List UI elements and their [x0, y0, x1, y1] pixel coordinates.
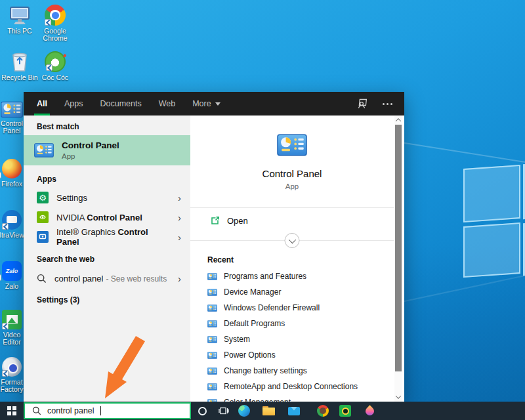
section-header-settings-group: Settings (3)	[24, 289, 190, 308]
desktop-icon-this-pc[interactable]: This PC	[1, 3, 38, 35]
recent-item[interactable]: RemoteApp and Desktop Connections	[190, 379, 394, 394]
intel-graphics-icon	[37, 231, 49, 243]
best-match-result-control-panel[interactable]: Control Panel App	[24, 135, 190, 165]
tab-all[interactable]: All	[37, 92, 47, 116]
recent-item[interactable]: Programs and Features	[190, 268, 394, 284]
settings-gear-icon	[37, 192, 49, 203]
shortcut-arrow-badge	[46, 64, 52, 71]
shortcut-arrow-badge	[0, 274, 1, 281]
scrollbar-thumb[interactable]	[395, 125, 402, 371]
media-app-button[interactable]	[336, 402, 354, 420]
coccoc-icon	[37, 50, 74, 72]
result-nvidia-control-panel[interactable]: NVIDIA Control Panel ›	[24, 207, 190, 227]
file-explorer-icon	[262, 406, 275, 415]
desktop-icon-label: Cóc Cóc	[37, 74, 74, 81]
desktop-icon-label: Google Chrome	[37, 28, 74, 42]
recent-item[interactable]: Default Programs	[190, 316, 394, 331]
control-panel-icon	[207, 320, 217, 327]
chevron-right-icon: ›	[178, 274, 181, 284]
control-panel-icon	[207, 336, 217, 343]
result-title: Control Panel	[62, 140, 119, 151]
open-action[interactable]: Open	[190, 208, 394, 233]
task-view-icon	[219, 406, 229, 415]
control-panel-icon	[34, 143, 54, 158]
shortcut-arrow-badge	[0, 172, 1, 178]
section-header-best-match: Best match	[24, 116, 190, 135]
result-intel-graphics-control-panel[interactable]: Intel® Graphics Control Panel ›	[24, 227, 190, 247]
mail-button[interactable]	[285, 402, 303, 420]
user-account-icon	[357, 98, 368, 109]
chevron-right-icon: ›	[178, 232, 181, 242]
scroll-down-icon[interactable]	[394, 393, 402, 401]
preview-title: Control Panel	[190, 168, 394, 179]
edge-button[interactable]	[235, 402, 253, 420]
desktop-icon-label: This PC	[1, 28, 38, 35]
recent-item[interactable]: Change battery settings	[190, 363, 394, 379]
desktop-icon-coccoc[interactable]: Cóc Cóc	[37, 50, 74, 81]
control-panel-icon-large	[190, 116, 394, 156]
section-header-apps: Apps	[24, 165, 190, 188]
tab-documents[interactable]: Documents	[100, 92, 141, 116]
search-query-text: control panel	[47, 406, 94, 415]
preview-subtitle: App	[190, 182, 394, 190]
chrome-icon	[37, 3, 74, 26]
desktop-icon-google-chrome[interactable]: Google Chrome	[37, 3, 74, 42]
shortcut-arrow-badge	[45, 19, 51, 26]
desktop-icon-recycle-bin[interactable]: Recycle Bin	[1, 50, 38, 81]
tab-web[interactable]: Web	[159, 92, 175, 116]
taskbar-search-input[interactable]: control panel	[24, 402, 191, 419]
chevron-down-icon	[215, 102, 220, 106]
control-panel-icon	[207, 368, 217, 375]
chevron-right-icon: ›	[178, 213, 181, 222]
scroll-up-icon[interactable]	[394, 116, 402, 124]
recent-item[interactable]: Windows Defender Firewall	[190, 300, 394, 316]
taskbar: control panel	[0, 402, 525, 420]
chevron-right-icon: ›	[178, 193, 181, 203]
recent-item[interactable]: Device Manager	[190, 284, 394, 300]
coccoc-browser-button[interactable]	[314, 402, 332, 420]
account-options-button[interactable]	[357, 98, 368, 109]
shortcut-arrow-badge	[2, 223, 9, 230]
control-panel-icon	[207, 304, 217, 312]
text-caret	[100, 406, 101, 415]
recent-item[interactable]: System	[190, 331, 394, 347]
result-settings[interactable]: Settings ›	[24, 188, 190, 207]
tab-apps[interactable]: Apps	[64, 92, 83, 116]
result-preview-pane: Control Panel App Open Recent Programs a…	[190, 116, 404, 402]
windows-logo-icon	[7, 406, 16, 415]
shortcut-arrow-badge	[2, 323, 9, 329]
scrollbar[interactable]	[394, 116, 402, 402]
start-search-flyout: All Apps Documents Web More	[24, 92, 404, 402]
cortana-icon	[198, 407, 207, 415]
coccoc-icon	[317, 405, 329, 417]
mail-icon	[288, 407, 300, 415]
web-results-hint: - See web results	[106, 274, 167, 284]
control-panel-icon	[207, 352, 217, 359]
windows-logo-pane	[463, 165, 520, 222]
nvidia-icon	[37, 211, 49, 223]
search-icon	[32, 406, 41, 415]
result-subtitle: App	[62, 152, 119, 160]
file-explorer-button[interactable]	[259, 402, 278, 420]
more-options-button[interactable]	[380, 100, 395, 108]
shortcut-arrow-badge	[2, 370, 9, 377]
desktop: This PC Google Chrome Recycle Bin Cóc Có…	[0, 0, 525, 420]
cortana-button[interactable]	[193, 402, 211, 420]
recent-item[interactable]: Power Options	[190, 347, 394, 363]
tab-more[interactable]: More	[192, 92, 220, 116]
expand-actions-button[interactable]	[285, 233, 300, 248]
recycle-bin-icon	[1, 50, 38, 72]
windows-logo-pane	[463, 222, 520, 278]
media-app-icon	[339, 405, 351, 417]
this-pc-icon	[1, 3, 38, 26]
control-panel-icon	[207, 383, 217, 390]
task-view-button[interactable]	[215, 402, 233, 420]
section-header-web: Search the web	[24, 247, 190, 268]
control-panel-icon	[207, 289, 217, 296]
paint3d-button[interactable]	[360, 402, 379, 420]
result-web-search[interactable]: control panel- See web results ›	[24, 268, 190, 289]
edge-icon	[238, 405, 250, 417]
start-button[interactable]	[0, 402, 24, 420]
desktop-icon-label: Recycle Bin	[1, 74, 38, 81]
paint3d-droplet-icon	[364, 405, 375, 417]
